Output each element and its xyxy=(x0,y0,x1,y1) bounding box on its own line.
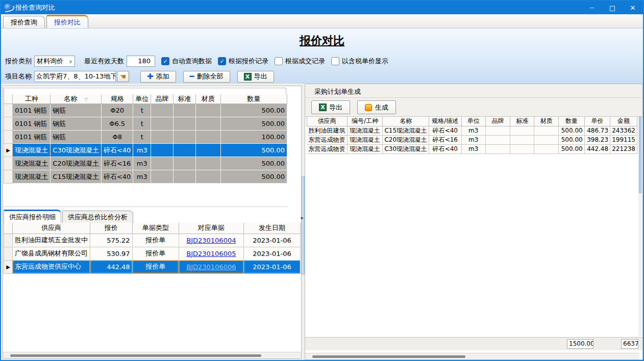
table-row[interactable]: 现浇混凝土C20现浇混凝土碎石<16m3500.00 xyxy=(4,157,287,170)
generate-icon xyxy=(365,104,372,111)
column-header[interactable]: 对应单据 xyxy=(179,223,243,234)
column-header[interactable]: 规格 xyxy=(101,94,133,104)
column-header[interactable]: 单价 xyxy=(584,117,610,126)
column-header[interactable]: 单据类型 xyxy=(132,223,179,234)
delete-all-button[interactable]: ━ 删除全部 xyxy=(183,71,230,83)
checkbox-label: 以含税单价显示 xyxy=(342,57,388,66)
plan-export-button[interactable]: 导出 xyxy=(311,100,350,114)
plan-totals-bar: 1500.00 663716 xyxy=(305,337,642,350)
column-header[interactable]: 单位 xyxy=(133,94,151,104)
row-indicator xyxy=(4,157,13,170)
column-header[interactable]: 金额 xyxy=(610,117,637,126)
tab-quote-query[interactable]: 报价查询 xyxy=(3,16,45,28)
window-controls: ─ □ ✕ xyxy=(582,1,643,14)
close-button[interactable]: ✕ xyxy=(623,1,643,14)
total-quantity: 1500.00 xyxy=(567,339,593,349)
filter-checkbox[interactable]: ✓自动查询数据 xyxy=(161,57,212,66)
filter-checkbox[interactable]: ✓根据报价记录 xyxy=(218,57,268,66)
detail-tabstrip: 供应商报价明细 供应商总价比价分析 xyxy=(3,210,134,223)
minimize-button[interactable]: ─ xyxy=(582,1,602,14)
column-header[interactable]: 标准 xyxy=(174,94,196,104)
project-row: 项目名称 众凯学府7、8、10-13地下 ☚ ✚ 添加 ━ 删除全部 导出 xyxy=(5,70,641,83)
row-indicator: ▶ xyxy=(4,260,13,273)
items-group-strip xyxy=(4,88,286,94)
days-input[interactable]: 180 xyxy=(127,56,155,67)
table-row[interactable]: 胜利油田建筑五金批发中575.22报价单BJD2301060042023-01-… xyxy=(4,234,301,247)
checkbox-label: 根据报价记录 xyxy=(229,57,268,66)
items-grid: 工种名称▽规格单位品牌标准材质数量0101 钢筋钢筋Φ20t500.000101… xyxy=(4,88,287,207)
plus-icon: ✚ xyxy=(147,72,154,81)
filter-row: 报价类别 材料询价 ∨ 最近有效天数 180 ✓自动查询数据✓根据报价记录根据成… xyxy=(5,55,641,67)
checkbox-label: 根据成交记录 xyxy=(285,57,325,66)
scrollbar-thumb[interactable] xyxy=(639,117,641,193)
column-header[interactable]: 材质 xyxy=(534,117,559,126)
column-header[interactable]: 标准 xyxy=(510,117,534,126)
column-header[interactable]: 工种 xyxy=(13,94,51,104)
column-header[interactable]: 名称 xyxy=(383,117,429,126)
column-header[interactable]: 供应商 xyxy=(13,223,90,234)
column-header[interactable]: 品牌 xyxy=(151,94,174,104)
category-value: 材料询价 xyxy=(37,57,63,66)
table-row[interactable]: 0101 钢筋钢筋Φ6.5t500.00 xyxy=(4,117,287,131)
column-header[interactable]: 材质 xyxy=(196,94,221,104)
table-row[interactable]: 东营远成物资现浇混凝土C20现浇混凝土碎石<16m3500.00398.2319… xyxy=(307,135,637,144)
left-horizontal-scrollbar[interactable] xyxy=(3,352,301,358)
plan-horizontal-scrollbar[interactable] xyxy=(305,353,639,359)
plan-table: 供应商编号/工种名称规格/描述单位品牌标准材质数量单价金额胜利油田建筑现浇混凝土… xyxy=(307,117,637,154)
checkbox-icon xyxy=(275,57,283,65)
supplier-grid: 供应商报价单据类型对应单据发生日期胜利油田建筑五金批发中575.22报价单BJD… xyxy=(4,223,301,274)
table-row[interactable]: ▶东营远成物资供应中心442.48报价单BJD2301060062023-01-… xyxy=(4,260,301,273)
excel-icon xyxy=(244,73,252,81)
row-indicator xyxy=(4,104,13,117)
minus-icon: ━ xyxy=(190,72,194,81)
doc-link[interactable]: BJD230106004 xyxy=(186,237,236,244)
column-header[interactable]: 名称▽ xyxy=(51,94,102,104)
tab-quote-compare[interactable]: 报价对比 xyxy=(46,15,88,28)
add-button[interactable]: ✚ 添加 xyxy=(140,71,176,83)
table-row[interactable]: 胜利油田建筑现浇混凝土C15现浇混凝土碎石<40m3500.00486.7324… xyxy=(307,126,637,135)
plan-vertical-scrollbar[interactable] xyxy=(638,117,642,336)
filter-checkbox[interactable]: 根据成交记录 xyxy=(275,57,325,66)
supplier-table: 供应商报价单据类型对应单据发生日期胜利油田建筑五金批发中575.22报价单BJD… xyxy=(4,223,301,274)
items-table: 工种名称▽规格单位品牌标准材质数量0101 钢筋钢筋Φ20t500.000101… xyxy=(4,94,287,184)
left-pane: 工种名称▽规格单位品牌标准材质数量0101 钢筋钢筋Φ20t500.000101… xyxy=(3,86,302,359)
column-header[interactable]: 编号/工种 xyxy=(347,117,383,126)
column-header[interactable]: 数量 xyxy=(559,117,584,126)
maximize-button[interactable]: □ xyxy=(602,1,623,14)
doc-link[interactable]: BJD230106005 xyxy=(186,250,236,257)
column-header[interactable]: 品牌 xyxy=(485,117,510,126)
app-window: 报价查询对比 ─ □ ✕ 报价查询 报价对比 报价对比 报价类别 材料询价 ∨ … xyxy=(0,0,644,361)
scrollbar-thumb[interactable] xyxy=(10,354,261,357)
category-select[interactable]: 材料询价 ∨ xyxy=(34,56,75,67)
tab-supplier-total-compare[interactable]: 供应商总价比价分析 xyxy=(62,211,133,223)
table-row[interactable]: 东营远成物资现浇混凝土C30现浇混凝土碎石<40m3500.00442.4822… xyxy=(307,144,637,153)
plan-header: 采购计划单生成 导出 生成 xyxy=(305,84,642,117)
table-row[interactable]: 0101 钢筋钢筋Φ8t100.00 xyxy=(4,131,287,144)
column-header[interactable]: 单位 xyxy=(461,117,485,126)
table-row[interactable]: 广饶县成禹钢材有限公司530.97报价单BJD2301060052023-01-… xyxy=(4,247,301,260)
splitter-expand-icon[interactable]: ▸ xyxy=(301,215,304,220)
checkbox-icon: ✓ xyxy=(218,57,226,65)
filter-checkbox[interactable]: 以含税单价显示 xyxy=(331,57,388,66)
project-picker-button[interactable]: ☚ xyxy=(117,71,129,82)
project-label: 项目名称 xyxy=(5,72,32,81)
plan-title: 采购计划单生成 xyxy=(314,87,361,96)
tab-supplier-quote-detail[interactable]: 供应商报价明细 xyxy=(4,210,61,223)
column-header[interactable]: 数量 xyxy=(220,94,287,104)
column-header[interactable]: 发生日期 xyxy=(244,223,301,234)
column-header[interactable]: 供应商 xyxy=(307,117,348,126)
main-area: 工种名称▽规格单位品牌标准材质数量0101 钢筋钢筋Φ20t500.000101… xyxy=(1,84,643,360)
scrollbar-thumb[interactable] xyxy=(312,355,465,358)
table-row[interactable]: ▶现浇混凝土C30现浇混凝土碎石<40m3500.00 xyxy=(4,144,287,157)
project-name-input[interactable]: 众凯学府7、8、10-13地下 xyxy=(34,71,116,82)
table-row[interactable]: 现浇混凝土C15现浇混凝土碎石<40m3500.00 xyxy=(4,170,287,184)
export-button[interactable]: 导出 xyxy=(237,71,274,83)
sort-filter-icon[interactable]: ▽ xyxy=(84,97,88,102)
doc-link[interactable]: BJD230106006 xyxy=(186,263,236,271)
plan-generate-button[interactable]: 生成 xyxy=(357,100,396,114)
table-row[interactable]: 0101 钢筋钢筋Φ20t500.00 xyxy=(4,104,287,117)
row-indicator xyxy=(4,170,13,184)
row-indicator-header xyxy=(4,94,13,104)
column-header[interactable]: 规格/描述 xyxy=(429,117,462,126)
column-header[interactable]: 报价 xyxy=(90,223,133,234)
